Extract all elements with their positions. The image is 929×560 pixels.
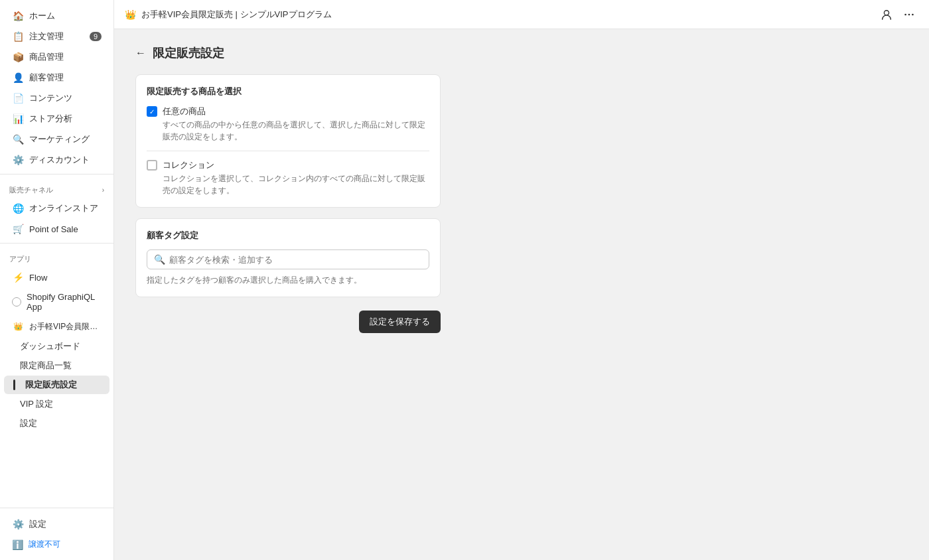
page-title: 限定販売設定 <box>153 45 224 61</box>
actions-row: 設定を保存する <box>135 308 441 333</box>
sidebar-item-content[interactable]: 📄 コンテンツ <box>4 88 109 108</box>
sidebar-item-products[interactable]: 📦 商品管理 <box>4 47 109 67</box>
sidebar-item-orders[interactable]: 📋 注文管理 9 <box>4 27 109 46</box>
collection-checkbox[interactable] <box>147 160 157 171</box>
main-wrapper: 👑 お手軽VIP会員限定販売 | シンプルVIPプログラム ← <box>114 0 929 560</box>
pos-icon: 🛒 <box>12 223 24 235</box>
analytics-icon: 📊 <box>12 113 24 125</box>
channels-section-label: 販売チャネル › <box>0 178 113 198</box>
orders-icon: 📋 <box>12 31 24 42</box>
online-store-icon: 🌐 <box>12 202 24 214</box>
sidebar-item-products-label: 商品管理 <box>29 51 64 63</box>
tag-search-field[interactable]: 🔍 <box>147 249 429 269</box>
tag-search-hint: 指定したタグを持つ顧客のみ選択した商品を購入できます。 <box>147 275 429 286</box>
sidebar-sub-limited-sales-label: 限定販売設定 <box>25 379 77 391</box>
save-button[interactable]: 設定を保存する <box>359 311 441 333</box>
sidebar-item-analytics-label: ストア分析 <box>29 113 72 125</box>
sidebar-item-online-store[interactable]: 🌐 オンラインストア <box>4 198 109 218</box>
topbar-title: お手軽VIP会員限定販売 | シンプルVIPプログラム <box>141 9 332 21</box>
sidebar-item-marketing[interactable]: 🔍 マーケティング <box>4 129 109 149</box>
sidebar: 🏠 ホーム 📋 注文管理 9 📦 商品管理 👤 顧客管理 📄 コンテンツ 📊 ス… <box>0 0 114 560</box>
sidebar-item-marketing-label: マーケティング <box>29 133 90 145</box>
any-product-desc: すべての商品の中から任意の商品を選択して、選択した商品に対して限定販売の設定をし… <box>163 119 429 143</box>
product-section-title: 限定販売する商品を選択 <box>147 86 429 98</box>
vip-crown-icon: 👑 <box>12 320 24 332</box>
sidebar-sub-vip-settings[interactable]: VIP 設定 <box>4 395 109 413</box>
sidebar-item-online-store-label: オンラインストア <box>29 202 98 214</box>
collection-text: コレクション コレクションを選択して、コレクション内のすべての商品に対して限定販… <box>163 159 429 196</box>
sidebar-sub-limited-products-label: 限定商品一覧 <box>20 360 72 372</box>
marketing-icon: 🔍 <box>12 133 24 145</box>
sidebar-item-analytics[interactable]: 📊 ストア分析 <box>4 109 109 129</box>
page-header: ← 限定販売設定 <box>135 45 908 61</box>
any-product-option[interactable]: 任意の商品 すべての商品の中から任意の商品を選択して、選択した商品に対して限定販… <box>147 105 429 143</box>
sidebar-item-graphql-label: Shopify GraphiQL App <box>27 292 102 312</box>
any-product-checkbox[interactable] <box>147 106 157 117</box>
svg-point-2 <box>908 13 910 15</box>
sidebar-sub-limited-sales[interactable]: 限定販売設定 <box>4 376 109 394</box>
products-icon: 📦 <box>12 51 24 63</box>
svg-point-0 <box>884 10 889 15</box>
sidebar-sub-dashboard-label: ダッシュボード <box>20 340 80 352</box>
sidebar-item-settings-bottom-label: 設定 <box>29 518 46 530</box>
customer-tag-card: 顧客タグ設定 🔍 指定したタグを持つ顧客のみ選択した商品を購入できます。 <box>135 218 441 297</box>
any-product-label: 任意の商品 <box>163 105 429 117</box>
sidebar-nav: 🏠 ホーム 📋 注文管理 9 📦 商品管理 👤 顧客管理 📄 コンテンツ 📊 ス… <box>0 0 113 508</box>
warning-icon: ℹ️ <box>12 539 23 550</box>
customers-icon: 👤 <box>12 72 24 84</box>
back-arrow-icon: ← <box>135 47 146 59</box>
topbar-actions <box>877 5 918 24</box>
sidebar-item-discount-label: ディスカウント <box>29 154 90 166</box>
sidebar-item-customers-label: 顧客管理 <box>29 72 64 84</box>
collection-label: コレクション <box>163 159 429 171</box>
flow-icon: ⚡ <box>12 271 24 283</box>
collection-desc: コレクションを選択して、コレクション内のすべての商品に対して限定販売の設定をしま… <box>163 173 429 196</box>
sidebar-item-point-of-sale[interactable]: 🛒 Point of Sale <box>4 219 109 239</box>
sidebar-item-vip-app[interactable]: 👑 お手軽VIP会員限定販売 | シ... <box>4 316 109 336</box>
back-button[interactable]: ← <box>135 47 146 59</box>
sidebar-sub-settings-label: 設定 <box>20 417 37 429</box>
main-content: ← 限定販売設定 限定販売する商品を選択 任意の商品 すべての商品の中から任意の… <box>114 29 929 560</box>
home-icon: 🏠 <box>12 10 24 22</box>
sidebar-sub-limited-products[interactable]: 限定商品一覧 <box>4 356 109 375</box>
chevron-icon: › <box>102 186 104 194</box>
sidebar-item-pos-label: Point of Sale <box>29 224 78 234</box>
divider-apps <box>0 243 113 244</box>
collection-option[interactable]: コレクション コレクションを選択して、コレクション内のすべての商品に対して限定販… <box>147 159 429 196</box>
settings-icon: ⚙️ <box>12 518 24 530</box>
more-button[interactable] <box>900 5 918 24</box>
sidebar-item-orders-label: 注文管理 <box>29 31 64 42</box>
topbar-crown-icon: 👑 <box>125 9 136 20</box>
sidebar-item-discount[interactable]: ⚙️ ディスカウント <box>4 150 109 170</box>
sidebar-sub-vip-settings-label: VIP 設定 <box>20 398 53 410</box>
sidebar-item-settings-bottom[interactable]: ⚙️ 設定 <box>4 514 109 534</box>
tag-section-title: 顧客タグ設定 <box>147 230 429 242</box>
ellipsis-icon <box>903 9 915 21</box>
sidebar-item-flow-label: Flow <box>29 273 47 283</box>
apps-section-label: アプリ <box>0 247 113 267</box>
sidebar-item-home[interactable]: 🏠 ホーム <box>4 6 109 26</box>
sidebar-item-content-label: コンテンツ <box>29 92 72 104</box>
divider-channels <box>0 174 113 175</box>
sidebar-sub-settings[interactable]: 設定 <box>4 414 109 433</box>
sidebar-warning-label: 譲渡不可 <box>29 539 60 550</box>
sidebar-warning[interactable]: ℹ️ 譲渡不可 <box>4 535 109 554</box>
sidebar-sub-dashboard[interactable]: ダッシュボード <box>4 337 109 356</box>
tag-search-input[interactable] <box>169 255 422 265</box>
sidebar-item-flow[interactable]: ⚡ Flow <box>4 267 109 287</box>
any-product-text: 任意の商品 すべての商品の中から任意の商品を選択して、選択した商品に対して限定販… <box>163 105 429 143</box>
content-icon: 📄 <box>12 92 24 104</box>
orders-badge: 9 <box>90 32 102 41</box>
topbar: 👑 お手軽VIP会員限定販売 | シンプルVIPプログラム <box>114 0 929 29</box>
svg-point-3 <box>912 13 914 15</box>
user-button[interactable] <box>877 5 896 24</box>
sidebar-item-home-label: ホーム <box>29 10 55 22</box>
graphql-icon <box>12 297 21 307</box>
sidebar-item-customers[interactable]: 👤 顧客管理 <box>4 68 109 88</box>
product-selection-card: 限定販売する商品を選択 任意の商品 すべての商品の中から任意の商品を選択して、選… <box>135 74 441 208</box>
svg-point-1 <box>904 13 906 15</box>
sidebar-item-graphql[interactable]: Shopify GraphiQL App <box>4 288 109 316</box>
sidebar-item-vip-label: お手軽VIP会員限定販売 | シ... <box>29 321 102 332</box>
option-divider <box>147 151 429 151</box>
search-icon: 🔍 <box>154 254 165 265</box>
